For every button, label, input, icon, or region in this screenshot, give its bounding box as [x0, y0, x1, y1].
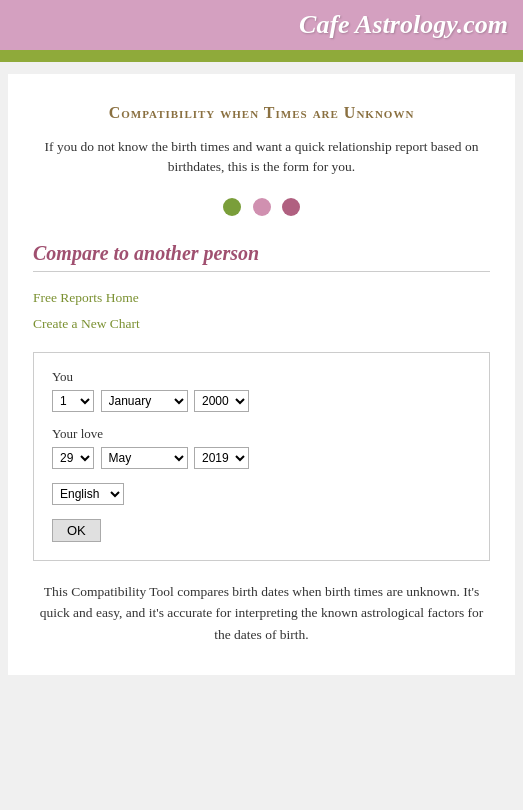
you-field-group: You 1234 5678 9101112 13141516 17181920 …: [52, 369, 471, 412]
navigation-links: Free Reports Home Create a New Chart: [33, 290, 490, 332]
site-title: Cafe Astrology.com: [299, 10, 508, 40]
compatibility-form: You 1234 5678 9101112 13141516 17181920 …: [33, 352, 490, 561]
free-reports-link[interactable]: Free Reports Home: [33, 290, 490, 306]
footer-description: This Compatibility Tool compares birth d…: [33, 581, 490, 646]
site-header: Cafe Astrology.com: [0, 0, 523, 50]
main-content: Compatibility when Times are Unknown If …: [8, 74, 515, 675]
ok-button[interactable]: OK: [52, 519, 101, 542]
language-row: English Spanish French German: [52, 483, 471, 505]
compare-heading: Compare to another person: [33, 242, 490, 272]
love-field-group: Your love 1234 5678 9101112 13141516 171…: [52, 426, 471, 469]
create-chart-link[interactable]: Create a New Chart: [33, 316, 490, 332]
you-label: You: [52, 369, 471, 385]
decorative-dots: [33, 198, 490, 220]
language-select[interactable]: English Spanish French German: [52, 483, 124, 505]
love-day-select[interactable]: 1234 5678 9101112 13141516 17181920 2122…: [52, 447, 94, 469]
you-month-select[interactable]: JanuaryFebruaryMarch AprilMayJune JulyAu…: [101, 390, 188, 412]
love-year-select[interactable]: 201520162017 201820192020: [194, 447, 249, 469]
dot-pink-dark: [282, 198, 300, 216]
dot-green: [223, 198, 241, 216]
decorative-bar: [0, 50, 523, 62]
your-love-label: Your love: [52, 426, 471, 442]
you-day-select[interactable]: 1234 5678 9101112 13141516 17181920 2122…: [52, 390, 94, 412]
description-text: If you do not know the birth times and w…: [33, 137, 490, 178]
love-month-select[interactable]: JanuaryFebruaryMarch AprilMayJune JulyAu…: [101, 447, 188, 469]
page-title: Compatibility when Times are Unknown: [33, 104, 490, 122]
dot-pink-light: [253, 198, 271, 216]
you-year-select[interactable]: 199019952000 20052010: [194, 390, 249, 412]
